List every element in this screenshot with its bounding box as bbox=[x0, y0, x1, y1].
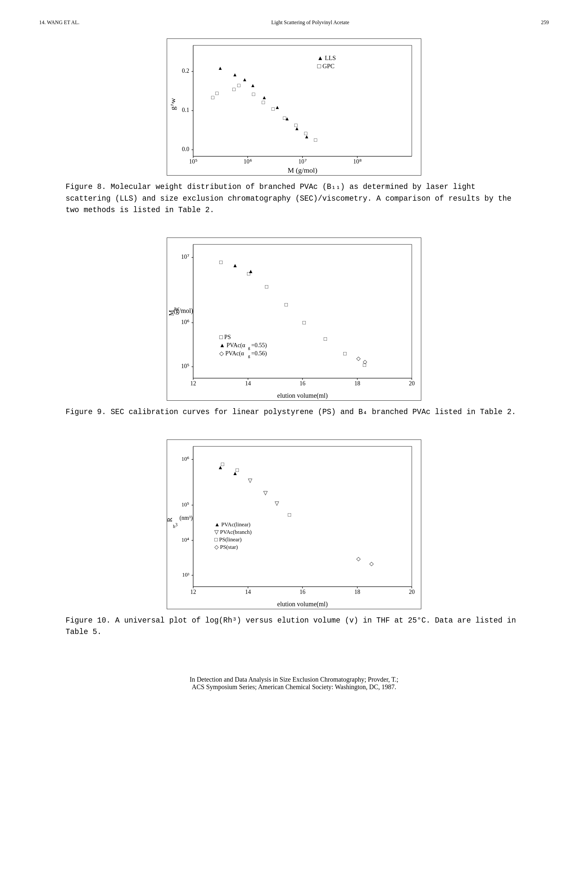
svg-text:0.2: 0.2 bbox=[182, 67, 190, 74]
svg-text:M (g/mol): M (g/mol) bbox=[288, 166, 317, 174]
svg-text:□: □ bbox=[219, 259, 222, 265]
svg-text:(g/mol): (g/mol) bbox=[174, 307, 193, 315]
figure10-chart: R h 3 (nm³) 10³ 10⁴ 10⁵ 10⁶ 12 14 16 18 bbox=[167, 439, 421, 609]
svg-text:0.1: 0.1 bbox=[182, 107, 190, 113]
svg-text:elution volume(ml): elution volume(ml) bbox=[278, 392, 328, 399]
svg-text:□: □ bbox=[215, 90, 219, 96]
svg-text:□: □ bbox=[211, 94, 214, 100]
svg-text:◇: ◇ bbox=[369, 560, 374, 567]
svg-text:▲: ▲ bbox=[218, 65, 223, 71]
figure8-container: g^w 0.0 0.1 0.2 10⁵ 10⁶ 10⁷ 10⁸ M (g/mol… bbox=[39, 39, 549, 228]
svg-text:3: 3 bbox=[175, 522, 177, 527]
page-header: 14. WANG ET AL. Light Scattering of Poly… bbox=[39, 19, 549, 25]
svg-text:□: □ bbox=[232, 87, 236, 92]
svg-text:16: 16 bbox=[300, 380, 305, 387]
svg-text:▽ PVAc(branch): ▽ PVAc(branch) bbox=[214, 529, 252, 535]
svg-text:▽: ▽ bbox=[263, 490, 268, 496]
svg-text:◇ PS(star): ◇ PS(star) bbox=[214, 544, 238, 550]
svg-text:10⁶: 10⁶ bbox=[182, 456, 189, 462]
svg-text:◇ PVAc(α: ◇ PVAc(α bbox=[219, 350, 244, 357]
svg-text:□: □ bbox=[237, 82, 240, 88]
svg-text:▲: ▲ bbox=[304, 134, 309, 139]
svg-text:□: □ bbox=[303, 319, 306, 326]
svg-text:◇: ◇ bbox=[356, 355, 361, 361]
svg-text:◇: ◇ bbox=[356, 556, 361, 562]
svg-text:□: □ bbox=[314, 137, 317, 142]
svg-text:elution volume(ml): elution volume(ml) bbox=[278, 600, 328, 608]
svg-text:18: 18 bbox=[354, 589, 360, 595]
svg-text:h: h bbox=[173, 524, 175, 529]
figure9-container: M W (g/mol) 10⁵ 10⁶ 10⁷ 12 14 16 18 20 bbox=[39, 238, 549, 430]
svg-text:□: □ bbox=[262, 99, 265, 105]
figure10-container: R h 3 (nm³) 10³ 10⁴ 10⁵ 10⁶ 12 14 16 18 bbox=[39, 439, 549, 650]
svg-text:▽: ▽ bbox=[275, 500, 279, 506]
svg-text:□: □ bbox=[288, 512, 291, 518]
svg-text:▲: ▲ bbox=[250, 82, 255, 88]
header-right: 259 bbox=[541, 19, 549, 25]
svg-text:=0.55): =0.55) bbox=[251, 342, 267, 349]
svg-text:□ GPC: □ GPC bbox=[317, 63, 334, 69]
svg-text:20: 20 bbox=[409, 380, 415, 387]
svg-text:10⁵: 10⁵ bbox=[181, 363, 189, 369]
svg-text:▲ LLS: ▲ LLS bbox=[317, 54, 336, 61]
svg-text:14: 14 bbox=[245, 380, 251, 387]
svg-text:R: R bbox=[167, 517, 173, 522]
svg-text:▲: ▲ bbox=[294, 126, 300, 131]
footer-line2: ACS Symposium Series; American Chemical … bbox=[39, 683, 549, 691]
svg-text:□: □ bbox=[236, 467, 239, 473]
figure8-chart: g^w 0.0 0.1 0.2 10⁵ 10⁶ 10⁷ 10⁸ M (g/mol… bbox=[167, 39, 421, 175]
svg-text:□: □ bbox=[265, 283, 268, 290]
svg-text:□: □ bbox=[343, 351, 346, 357]
svg-text:▲ PVAc(α: ▲ PVAc(α bbox=[219, 342, 245, 349]
svg-text:▲: ▲ bbox=[232, 72, 237, 77]
svg-text:□: □ bbox=[272, 106, 275, 112]
footer-line1: In Detection and Data Analysis in Size E… bbox=[39, 676, 549, 683]
figure8-caption: Figure 8. Molecular weight distribution … bbox=[66, 181, 522, 216]
svg-text:□: □ bbox=[252, 91, 255, 97]
header-center: Light Scattering of Polyvinyl Acetate bbox=[271, 19, 349, 25]
svg-text:10⁵: 10⁵ bbox=[182, 502, 189, 508]
svg-text:□: □ bbox=[324, 336, 327, 342]
svg-text:12: 12 bbox=[190, 380, 196, 387]
svg-text:g^w: g^w bbox=[169, 98, 177, 110]
svg-text:14: 14 bbox=[245, 589, 251, 595]
svg-text:(nm³): (nm³) bbox=[180, 515, 192, 521]
figure9-caption: Figure 9. SEC calibration curves for lin… bbox=[66, 406, 522, 418]
figure10-caption: Figure 10. A universal plot of log(Rh³) … bbox=[66, 615, 522, 638]
svg-text:□ PS(linear): □ PS(linear) bbox=[214, 536, 242, 542]
page-footer: In Detection and Data Analysis in Size E… bbox=[39, 676, 549, 691]
svg-text:□ PS: □ PS bbox=[219, 334, 231, 340]
svg-text:18: 18 bbox=[354, 380, 360, 387]
svg-text:0.0: 0.0 bbox=[182, 146, 190, 152]
svg-text:▲: ▲ bbox=[285, 116, 290, 121]
svg-text:10⁶: 10⁶ bbox=[181, 319, 189, 325]
figure9-chart: M W (g/mol) 10⁵ 10⁶ 10⁷ 12 14 16 18 20 bbox=[167, 238, 421, 401]
svg-text:10⁷: 10⁷ bbox=[298, 158, 307, 165]
svg-text:10³: 10³ bbox=[182, 572, 189, 578]
svg-text:10⁷: 10⁷ bbox=[181, 253, 189, 260]
svg-text:▽: ▽ bbox=[248, 477, 252, 484]
svg-text:▲: ▲ bbox=[242, 77, 248, 82]
svg-text:12: 12 bbox=[190, 589, 196, 595]
svg-text:10⁴: 10⁴ bbox=[182, 537, 189, 543]
svg-text:g: g bbox=[248, 345, 250, 350]
svg-text:▲: ▲ bbox=[275, 105, 280, 110]
svg-text:□: □ bbox=[285, 301, 288, 308]
svg-text:▲: ▲ bbox=[232, 262, 238, 268]
svg-text:16: 16 bbox=[300, 589, 305, 595]
svg-text:10⁶: 10⁶ bbox=[244, 158, 252, 165]
svg-text:◇: ◇ bbox=[363, 359, 368, 365]
svg-text:=0.56): =0.56) bbox=[251, 350, 267, 357]
svg-text:10⁵: 10⁵ bbox=[189, 158, 197, 165]
svg-text:□: □ bbox=[221, 461, 224, 467]
header-left: 14. WANG ET AL. bbox=[39, 19, 79, 25]
svg-text:▲: ▲ bbox=[248, 268, 254, 274]
svg-text:20: 20 bbox=[409, 589, 415, 595]
svg-text:g: g bbox=[248, 354, 250, 358]
svg-text:▲ PVAc(linear): ▲ PVAc(linear) bbox=[214, 521, 250, 527]
svg-text:10⁸: 10⁸ bbox=[353, 158, 362, 165]
svg-text:▲: ▲ bbox=[262, 94, 267, 100]
